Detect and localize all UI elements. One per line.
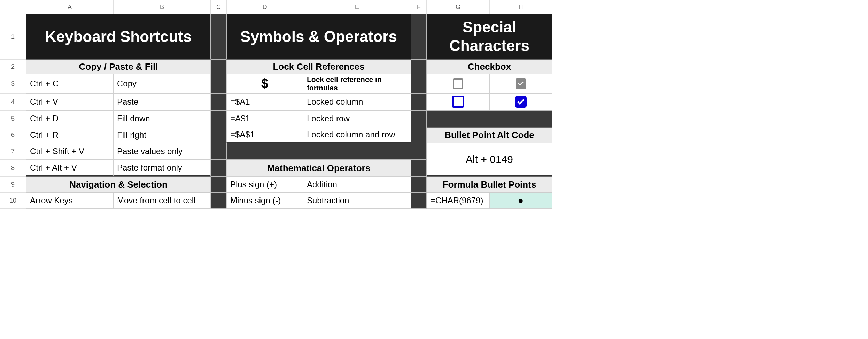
cell-E3[interactable]: Lock cell reference in formulas xyxy=(303,74,411,93)
spacer-cell[interactable] xyxy=(211,93,226,110)
cell-G4[interactable] xyxy=(427,93,489,110)
cell-G10[interactable]: =CHAR(9679) xyxy=(427,193,489,209)
col-header-C[interactable]: C xyxy=(211,0,226,14)
spacer-cell[interactable] xyxy=(411,193,427,209)
cell-A5[interactable]: Ctrl + D xyxy=(26,110,113,127)
col-header-A[interactable]: A xyxy=(26,0,113,14)
cell-B6[interactable]: Fill right xyxy=(113,127,211,143)
spacer-cell[interactable] xyxy=(211,193,226,209)
cell-E4[interactable]: Locked column xyxy=(303,93,411,110)
row-header-8[interactable]: 8 xyxy=(0,160,26,176)
cell-D3[interactable]: $ xyxy=(226,74,303,93)
col-header-H[interactable]: H xyxy=(489,0,552,14)
section-copy-paste[interactable]: Copy / Paste & Fill xyxy=(26,59,211,74)
section-lock-refs[interactable]: Lock Cell References xyxy=(226,59,411,74)
col-header-G[interactable]: G xyxy=(427,0,489,14)
spacer-cell[interactable] xyxy=(411,143,427,160)
row-header-2[interactable]: 2 xyxy=(0,59,26,74)
row-header-1[interactable]: 1 xyxy=(0,14,26,59)
section-formula-bullets[interactable]: Formula Bullet Points xyxy=(427,176,552,193)
spacer-cell[interactable] xyxy=(411,160,427,176)
spacer-cell[interactable] xyxy=(411,93,427,110)
row-header-6[interactable]: 6 xyxy=(0,127,26,143)
cell-B8[interactable]: Paste format only xyxy=(113,160,211,176)
col-header-B[interactable]: B xyxy=(113,0,211,14)
spacer-cell[interactable] xyxy=(211,110,226,127)
corner-cell xyxy=(0,0,26,14)
spacer-cell[interactable] xyxy=(211,143,226,160)
cell-A8[interactable]: Ctrl + Alt + V xyxy=(26,160,113,176)
spacer-cell[interactable] xyxy=(411,74,427,93)
checkbox-unchecked-icon xyxy=(453,78,463,89)
title-keyboard-shortcuts[interactable]: Keyboard Shortcuts xyxy=(26,14,211,59)
cell-alt-code[interactable]: Alt + 0149 xyxy=(427,143,552,176)
cell-A10[interactable]: Arrow Keys xyxy=(26,193,113,209)
cell-D5[interactable]: =A$1 xyxy=(226,110,303,127)
section-math-ops[interactable]: Mathematical Operators xyxy=(226,160,411,176)
cell-A7[interactable]: Ctrl + Shift + V xyxy=(26,143,113,160)
cell-E9[interactable]: Addition xyxy=(303,176,411,193)
cell-B5[interactable]: Fill down xyxy=(113,110,211,127)
spacer-cell[interactable] xyxy=(411,176,427,193)
row-header-5[interactable]: 5 xyxy=(0,110,26,127)
spacer-cell[interactable] xyxy=(427,110,552,127)
checkbox-checked-icon xyxy=(516,78,526,89)
spacer-cell[interactable] xyxy=(211,127,226,143)
section-checkbox[interactable]: Checkbox xyxy=(427,59,552,74)
row-header-7[interactable]: 7 xyxy=(0,143,26,160)
cell-H3[interactable] xyxy=(489,74,552,93)
cell-H10[interactable]: ● xyxy=(489,193,552,209)
spacer-cell[interactable] xyxy=(211,176,226,193)
checkbox-blue-checked-icon xyxy=(515,96,527,108)
col-header-D[interactable]: D xyxy=(226,0,303,14)
cell-G3[interactable] xyxy=(427,74,489,93)
spacer-cell[interactable] xyxy=(211,14,226,59)
cell-E10[interactable]: Subtraction xyxy=(303,193,411,209)
spacer-cell[interactable] xyxy=(211,74,226,93)
cell-D6[interactable]: =$A$1 xyxy=(226,127,303,143)
spacer-cell[interactable] xyxy=(411,14,427,59)
section-navigation[interactable]: Navigation & Selection xyxy=(26,176,211,193)
row-header-9[interactable]: 9 xyxy=(0,176,26,193)
spacer-cell[interactable] xyxy=(411,127,427,143)
checkbox-blue-unchecked-icon xyxy=(452,96,464,108)
cell-D4[interactable]: =$A1 xyxy=(226,93,303,110)
spacer-cell[interactable] xyxy=(411,110,427,127)
section-bullet-alt[interactable]: Bullet Point Alt Code xyxy=(427,127,552,143)
title-symbols-operators[interactable]: Symbols & Operators xyxy=(226,14,411,59)
spacer-cell[interactable] xyxy=(411,59,427,74)
cell-B10[interactable]: Move from cell to cell xyxy=(113,193,211,209)
cell-A4[interactable]: Ctrl + V xyxy=(26,93,113,110)
spacer-cell[interactable] xyxy=(211,59,226,74)
spacer-cell[interactable] xyxy=(226,143,411,160)
cell-A3[interactable]: Ctrl + C xyxy=(26,74,113,93)
cell-B3[interactable]: Copy xyxy=(113,74,211,93)
cell-A6[interactable]: Ctrl + R xyxy=(26,127,113,143)
cell-B7[interactable]: Paste values only xyxy=(113,143,211,160)
row-header-4[interactable]: 4 xyxy=(0,93,26,110)
title-special-characters[interactable]: Special Characters xyxy=(427,14,552,59)
cell-E6[interactable]: Locked column and row xyxy=(303,127,411,143)
row-header-10[interactable]: 10 xyxy=(0,193,26,209)
cell-D9[interactable]: Plus sign (+) xyxy=(226,176,303,193)
cell-B4[interactable]: Paste xyxy=(113,93,211,110)
cell-D10[interactable]: Minus sign (-) xyxy=(226,193,303,209)
cell-E5[interactable]: Locked row xyxy=(303,110,411,127)
spacer-cell[interactable] xyxy=(211,160,226,176)
spreadsheet-grid: A B C D E F G H 1 Keyboard Shortcuts Sym… xyxy=(0,0,868,209)
row-header-3[interactable]: 3 xyxy=(0,74,26,93)
cell-H4[interactable] xyxy=(489,93,552,110)
col-header-F[interactable]: F xyxy=(411,0,427,14)
col-header-E[interactable]: E xyxy=(303,0,411,14)
